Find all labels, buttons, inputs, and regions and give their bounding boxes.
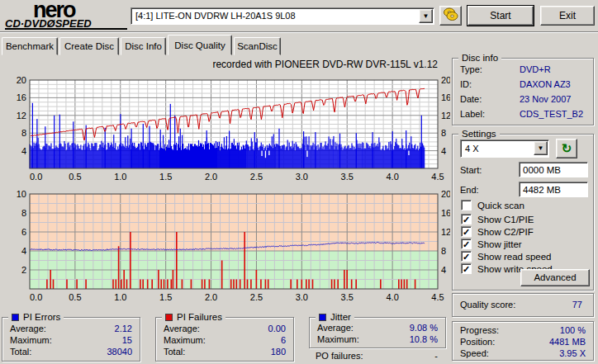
drive-select-value: [4:1] LITE-ON DVDRW LH-20A1S 9L08 [135, 11, 296, 21]
svg-text:2: 2 [21, 265, 26, 275]
settings-group: Settings 4 X ▼ ↻ Start: End: Quick scan … [452, 129, 594, 291]
svg-text:4: 4 [441, 265, 446, 275]
svg-text:1.0: 1.0 [114, 292, 126, 302]
pi-errors-average: 2.12 [115, 324, 132, 333]
jitter-average: 9.08 % [410, 323, 438, 333]
svg-text:4.0: 4.0 [386, 292, 398, 302]
quality-score-value: 77 [572, 300, 582, 310]
svg-text:4.5: 4.5 [431, 172, 444, 182]
svg-text:12: 12 [441, 227, 450, 237]
jitter-maximum: 10.8 % [410, 334, 438, 344]
quality-score-panel: Quality score: 77 [452, 293, 594, 317]
tab-disc-info[interactable]: Disc Info [121, 37, 166, 55]
pi-errors-legend: PI Errors [8, 312, 64, 322]
svg-text:2.5: 2.5 [250, 292, 263, 302]
svg-text:12: 12 [441, 111, 450, 121]
start-position-field[interactable] [519, 162, 588, 177]
svg-text:8: 8 [21, 128, 26, 138]
svg-text:4: 4 [21, 146, 26, 156]
disc-info-group: Disc info Type:DVD+R ID:DAXON AZ3 Date:2… [452, 53, 594, 125]
tab-create-disc[interactable]: Create Disc [59, 37, 119, 55]
chevron-down-icon[interactable]: ▼ [534, 141, 548, 155]
svg-text:3.0: 3.0 [296, 172, 308, 182]
logo-nero-text: nero [5, 1, 127, 19]
svg-text:16: 16 [441, 92, 450, 102]
disc-label-value: CDS_TEST_B2 [520, 109, 583, 119]
tab-benchmark[interactable]: Benchmark [2, 37, 58, 55]
svg-text:4: 4 [21, 246, 26, 256]
progress-value: 100 % [560, 325, 586, 335]
refresh-icon: ↻ [562, 141, 572, 155]
show-c2-pif-checkbox[interactable]: ✓ [461, 226, 472, 237]
po-failures-value: - [413, 351, 438, 361]
po-failures-label: PO failures: [316, 351, 363, 361]
exit-button[interactable]: Exit [540, 6, 595, 26]
advanced-button[interactable]: Advanced [520, 269, 590, 286]
pi-errors-chart: 48121620481216200.00.51.01.52.02.53.03.5… [0, 69, 450, 187]
show-read-speed-checkbox[interactable]: ✓ [461, 251, 472, 262]
jitter-color-swatch [319, 314, 326, 321]
scan-speed-select[interactable]: 4 X ▼ [460, 139, 549, 158]
disc-date-value: 23 Nov 2007 [520, 94, 571, 104]
show-write-speed-checkbox[interactable]: ✓ [461, 263, 472, 274]
drive-select[interactable]: [4:1] LITE-ON DVDRW LH-20A1S 9L08 ▼ [131, 7, 434, 25]
svg-text:20: 20 [441, 189, 450, 199]
svg-text:4: 4 [441, 146, 446, 156]
chevron-down-icon[interactable]: ▼ [419, 9, 433, 23]
disc-id-value: DAXON AZ3 [520, 79, 571, 89]
svg-text:10: 10 [17, 189, 26, 199]
jitter-legend: Jitter [316, 312, 354, 322]
svg-text:3.0: 3.0 [296, 292, 308, 302]
header-divider [0, 31, 598, 33]
disc-info-legend: Disc info [458, 53, 501, 63]
start-button[interactable]: Start [467, 6, 534, 26]
tab-scandisc[interactable]: ScanDisc [234, 37, 281, 55]
quick-scan-checkbox[interactable] [461, 200, 472, 210]
recorded-with-title: recorded with PIONEER DVD-RW DVR-115L v1… [165, 59, 438, 70]
svg-text:6: 6 [21, 227, 26, 237]
svg-text:1.0: 1.0 [114, 172, 126, 182]
svg-text:0.0: 0.0 [30, 172, 42, 182]
tab-disc-quality[interactable]: Disc Quality [168, 35, 232, 55]
svg-text:3.5: 3.5 [341, 292, 354, 302]
pi-errors-color-swatch [12, 314, 19, 321]
svg-text:16: 16 [441, 208, 450, 218]
disc-eject-icon [443, 7, 458, 21]
svg-text:8: 8 [441, 246, 446, 256]
svg-text:1.5: 1.5 [159, 292, 172, 302]
jitter-panel: Jitter Average:9.08 % Maximum:10.8 % [309, 312, 446, 348]
svg-text:8: 8 [441, 128, 446, 138]
show-c1-pie-checkbox[interactable]: ✓ [461, 214, 472, 225]
settings-legend: Settings [458, 129, 500, 139]
end-position-field[interactable] [519, 182, 588, 197]
pi-failures-chart: 246810481216200.00.51.01.52.02.53.03.54.… [0, 188, 450, 305]
svg-text:16: 16 [17, 92, 26, 102]
pi-errors-panel: PI Errors Average:2.12 Maximum:15 Total:… [2, 312, 140, 362]
pi-errors-maximum: 15 [122, 335, 132, 345]
pi-failures-legend: PI Failures [162, 312, 225, 322]
progress-panel: Progress:100 % Position:4481 MB Speed:3.… [452, 321, 594, 361]
pi-failures-average: 0.00 [268, 324, 286, 333]
svg-text:3.5: 3.5 [341, 172, 354, 182]
svg-text:2.0: 2.0 [205, 172, 217, 182]
svg-text:20: 20 [441, 75, 450, 85]
refresh-button[interactable]: ↻ [556, 139, 577, 158]
svg-text:0.5: 0.5 [69, 292, 81, 302]
svg-text:2.0: 2.0 [205, 292, 217, 302]
logo-underline [5, 28, 127, 30]
svg-text:0.5: 0.5 [69, 172, 81, 182]
svg-text:12: 12 [17, 111, 26, 121]
speed-value: 3.95 X [559, 348, 586, 358]
svg-text:4.5: 4.5 [431, 292, 444, 302]
pi-errors-total: 38040 [107, 347, 132, 357]
svg-text:1.5: 1.5 [159, 172, 172, 182]
show-jitter-checkbox[interactable]: ✓ [461, 239, 472, 249]
svg-text:20: 20 [17, 75, 26, 85]
pi-failures-maximum: 6 [281, 335, 286, 345]
svg-text:0.0: 0.0 [30, 292, 42, 302]
disc-type-value: DVD+R [520, 64, 551, 74]
nero-cdspeed-logo: nero CD·DVDØSPEED [5, 1, 127, 31]
pi-failures-panel: PI Failures Average:0.00 Maximum:6 Total… [155, 312, 294, 362]
eject-disc-button[interactable] [439, 6, 462, 26]
pi-failures-color-swatch [165, 314, 173, 321]
